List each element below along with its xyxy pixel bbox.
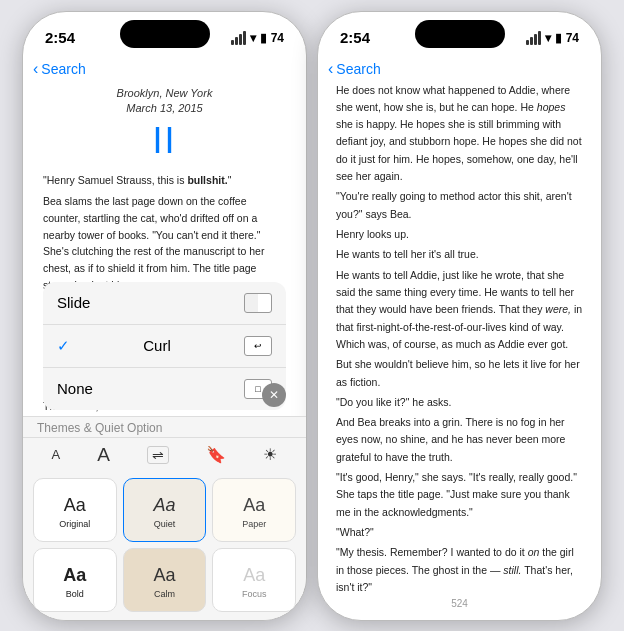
slide-icon-curl: ↩ (244, 336, 272, 356)
wifi-icon-left: ▾ (250, 31, 256, 45)
slide-popup: Slide ✓ Curl ↩ None □ (43, 282, 286, 410)
back-label-left[interactable]: Search (41, 61, 85, 77)
signal-bar-r3 (534, 34, 537, 45)
chapter-roman: II (43, 120, 286, 162)
right-para-7: "Do you like it?" he asks. (336, 394, 583, 411)
slide-checkmark: ✓ (57, 337, 70, 355)
font-style-icon[interactable]: ⇌ (147, 446, 169, 464)
right-para-5: He wants to tell Addie, just like he wro… (336, 267, 583, 354)
right-para-1: He does not know what happened to Addie,… (336, 82, 583, 186)
signal-bars-right (526, 31, 541, 45)
slide-option-none[interactable]: None □ (43, 368, 286, 410)
theme-card-focus[interactable]: Aa Focus (212, 548, 296, 612)
slide-label: Slide (57, 294, 90, 311)
signal-bar-3 (239, 34, 242, 45)
page-number: 524 (318, 594, 601, 613)
theme-focus-aa: Aa (243, 565, 265, 586)
font-small-icon[interactable]: A (52, 447, 61, 462)
theme-paper-aa: Aa (243, 495, 265, 516)
nav-bar-left[interactable]: ‹ Search (23, 56, 306, 82)
theme-card-quiet[interactable]: Aa Quiet (123, 478, 207, 542)
theme-paper-label: Paper (242, 519, 266, 529)
right-para-8: And Bea breaks into a grin. There is no … (336, 414, 583, 466)
back-label-right[interactable]: Search (336, 61, 380, 77)
font-large-icon[interactable]: A (97, 444, 110, 466)
battery-icon-right: ▮ 74 (555, 31, 579, 45)
theme-cards-grid: Aa Original Aa Quiet Aa Paper Aa Bold Aa (23, 472, 306, 620)
dynamic-island-right (415, 20, 505, 48)
right-para-6: But she wouldn't believe him, so he lets… (336, 356, 583, 391)
theme-card-bold[interactable]: Aa Bold (33, 548, 117, 612)
right-para-10: "What?" (336, 524, 583, 541)
theme-bold-aa: Aa (63, 565, 86, 586)
book-para-1: "Henry Samuel Strauss, this is bullshit.… (43, 172, 286, 189)
signal-bar-1 (231, 40, 234, 45)
toolbar-icons-row: A A ⇌ 🔖 ☀ (23, 438, 306, 472)
theme-card-paper[interactable]: Aa Paper (212, 478, 296, 542)
left-phone: 2:54 ▾ ▮ 74 ‹ Search Brooklyn, New YorkM… (22, 11, 307, 621)
back-chevron-right: ‹ (328, 60, 333, 78)
themes-label: Themes & (37, 421, 92, 435)
signal-bars-left (231, 31, 246, 45)
book-para-2: Bea slams the last page down on the coff… (43, 193, 286, 294)
theme-calm-label: Calm (154, 589, 175, 599)
theme-calm-aa: Aa (153, 565, 175, 586)
status-time-right: 2:54 (340, 29, 370, 46)
theme-bold-label: Bold (66, 589, 84, 599)
status-icons-right: ▾ ▮ 74 (526, 31, 579, 45)
right-phone: 2:54 ▾ ▮ 74 ‹ Search He does not know wh… (317, 11, 602, 621)
theme-original-label: Original (59, 519, 90, 529)
signal-bar-2 (235, 37, 238, 45)
curl-label: Curl (143, 337, 171, 354)
signal-bar-r1 (526, 40, 529, 45)
signal-bar-r4 (538, 31, 541, 45)
slide-option-slide[interactable]: Slide (43, 282, 286, 325)
theme-focus-label: Focus (242, 589, 267, 599)
theme-quiet-label: Quiet (154, 519, 176, 529)
themes-row: Themes & Quiet Option (23, 417, 306, 438)
theme-card-original[interactable]: Aa Original (33, 478, 117, 542)
bottom-toolbar: Themes & Quiet Option A A ⇌ 🔖 ☀ Aa Origi… (23, 416, 306, 620)
right-para-9: "It's good, Henry," she says. "It's real… (336, 469, 583, 521)
signal-bar-r2 (530, 37, 533, 45)
back-chevron-left: ‹ (33, 60, 38, 78)
bookmark-icon[interactable]: 🔖 (206, 445, 226, 464)
theme-quiet-aa: Aa (153, 495, 175, 516)
nav-bar-right[interactable]: ‹ Search (318, 56, 601, 82)
book-header: Brooklyn, New YorkMarch 13, 2015 II (43, 82, 286, 163)
right-book-content: He does not know what happened to Addie,… (318, 82, 601, 594)
right-para-4: He wants to tell her it's all true. (336, 246, 583, 263)
right-para-2: "You're really going to method actor thi… (336, 188, 583, 223)
battery-icon-left: ▮ 74 (260, 31, 284, 45)
none-label: None (57, 380, 93, 397)
right-para-11: "My thesis. Remember? I wanted to do it … (336, 544, 583, 593)
status-time-left: 2:54 (45, 29, 75, 46)
wifi-icon-right: ▾ (545, 31, 551, 45)
signal-bar-4 (243, 31, 246, 45)
theme-card-calm[interactable]: Aa Calm (123, 548, 207, 612)
quiet-option-label: Quiet Option (95, 421, 162, 435)
right-para-3: Henry looks up. (336, 226, 583, 243)
close-button[interactable]: ✕ (262, 383, 286, 407)
book-location: Brooklyn, New YorkMarch 13, 2015 (43, 86, 286, 117)
theme-original-aa: Aa (64, 495, 86, 516)
dynamic-island (120, 20, 210, 48)
status-icons-left: ▾ ▮ 74 (231, 31, 284, 45)
info-icon[interactable]: ☀ (263, 445, 277, 464)
slide-option-curl[interactable]: ✓ Curl ↩ (43, 325, 286, 368)
slide-icon-slide (244, 293, 272, 313)
phones-container: 2:54 ▾ ▮ 74 ‹ Search Brooklyn, New YorkM… (22, 11, 602, 621)
